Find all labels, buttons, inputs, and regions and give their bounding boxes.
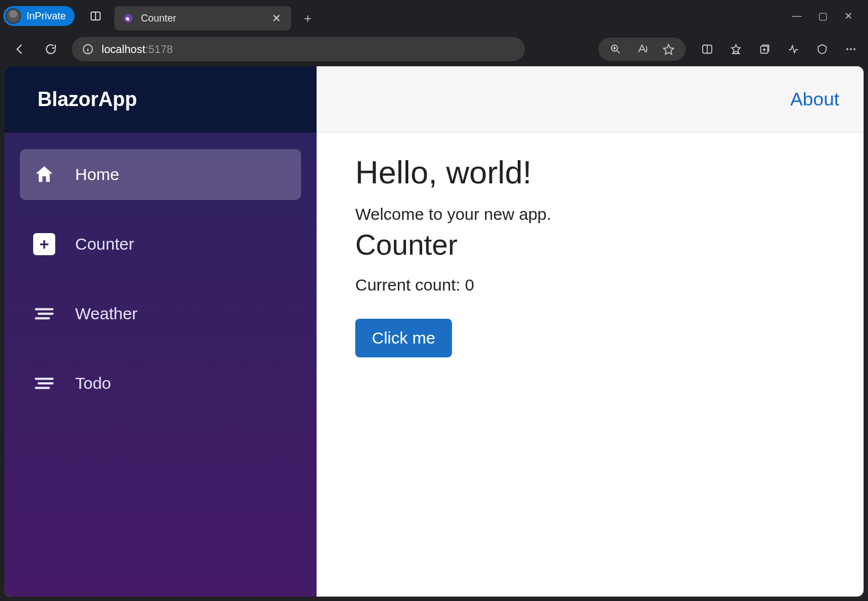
zoom-icon[interactable]	[608, 42, 623, 56]
back-button[interactable]	[10, 39, 30, 59]
svg-point-19	[846, 48, 849, 50]
collections-icon[interactable]	[757, 42, 772, 56]
content: About Hello, world! Welcome to your new …	[317, 66, 864, 597]
maximize-icon[interactable]: ▢	[818, 10, 828, 22]
svg-point-21	[854, 48, 856, 50]
address-bar: localhost:5178	[0, 32, 868, 66]
close-window-icon[interactable]: ✕	[844, 10, 853, 22]
tab-title: Counter	[141, 13, 263, 24]
inprivate-badge[interactable]: InPrivate	[3, 6, 75, 26]
url-port: :5178	[145, 43, 173, 55]
tab-close-icon[interactable]: ✕	[270, 10, 283, 26]
svg-marker-11	[664, 45, 674, 54]
site-info-icon[interactable]	[82, 43, 94, 55]
sidebar: BlazorApp Home + Counter	[4, 66, 317, 597]
tab-actions-icon[interactable]	[85, 5, 107, 27]
sidebar-item-weather[interactable]: Weather	[20, 288, 301, 339]
inprivate-label: InPrivate	[27, 10, 66, 22]
hello-heading: Hello, world!	[355, 154, 825, 191]
sidebar-item-home[interactable]: Home	[20, 149, 301, 200]
split-screen-icon[interactable]	[700, 42, 714, 56]
window-controls: — ▢ ✕	[792, 10, 865, 22]
list-icon	[32, 302, 56, 326]
nav: Home + Counter Weather	[4, 133, 317, 425]
browser-window: InPrivate Counter ✕ ＋ — ▢ ✕	[0, 0, 868, 601]
about-link[interactable]: About	[790, 88, 839, 110]
toolbar-right	[598, 38, 858, 61]
svg-point-20	[850, 48, 852, 50]
sidebar-item-label: Home	[75, 165, 119, 184]
url-host: localhost	[102, 43, 145, 55]
list-icon	[32, 371, 56, 396]
more-menu-icon[interactable]	[844, 42, 858, 56]
main: Hello, world! Welcome to your new app. C…	[317, 133, 864, 378]
home-icon	[32, 162, 56, 187]
plus-box-icon: +	[32, 232, 56, 256]
top-row: About	[317, 66, 864, 133]
avatar-icon	[6, 8, 21, 24]
counter-heading: Counter	[355, 228, 825, 261]
minimize-icon[interactable]: —	[792, 10, 802, 22]
refresh-button[interactable]	[41, 39, 61, 59]
sidebar-item-counter[interactable]: + Counter	[20, 219, 301, 270]
sidebar-item-label: Counter	[75, 235, 134, 254]
sidebar-item-label: Weather	[75, 304, 138, 323]
performance-icon[interactable]	[786, 42, 801, 56]
browser-essentials-icon[interactable]	[815, 42, 829, 56]
browser-tab[interactable]: Counter ✕	[114, 6, 291, 30]
read-aloud-icon[interactable]	[635, 42, 649, 56]
sidebar-item-todo[interactable]: Todo	[20, 358, 301, 409]
favorite-star-icon[interactable]	[661, 42, 676, 56]
sidebar-item-label: Todo	[75, 374, 111, 393]
titlebar: InPrivate Counter ✕ ＋ — ▢ ✕	[0, 0, 868, 32]
click-me-button[interactable]: Click me	[355, 319, 452, 357]
app-brand[interactable]: BlazorApp	[4, 66, 317, 133]
favorites-list-icon[interactable]	[729, 42, 743, 56]
current-count: Current count: 0	[355, 276, 825, 294]
page-viewport: BlazorApp Home + Counter	[4, 66, 864, 597]
url-field[interactable]: localhost:5178	[72, 37, 525, 61]
svg-marker-14	[732, 45, 740, 53]
blazor-favicon-icon	[122, 12, 134, 24]
new-tab-button[interactable]: ＋	[297, 7, 319, 29]
welcome-text: Welcome to your new app.	[355, 205, 825, 224]
svg-line-7	[617, 51, 620, 54]
